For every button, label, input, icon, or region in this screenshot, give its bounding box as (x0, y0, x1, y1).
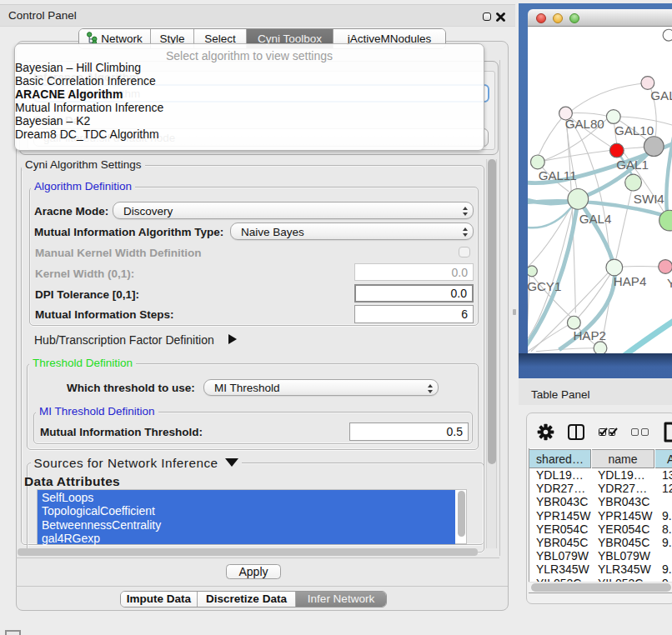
svg-text:SWI4: SWI4 (634, 192, 664, 206)
svg-text:GAL4: GAL4 (579, 212, 612, 226)
svg-text:GAL1: GAL1 (616, 158, 649, 172)
svg-text:HAP2: HAP2 (573, 328, 605, 342)
svg-text:YML: YML (667, 276, 672, 290)
svg-text:HAP4: HAP4 (614, 274, 646, 288)
svg-text:GAL80: GAL80 (565, 117, 604, 131)
svg-text:GAL2: GAL2 (650, 88, 672, 102)
svg-text:GCY1: GCY1 (528, 279, 561, 293)
svg-text:GAL10: GAL10 (614, 123, 654, 138)
svg-text:GAL11: GAL11 (539, 168, 577, 182)
